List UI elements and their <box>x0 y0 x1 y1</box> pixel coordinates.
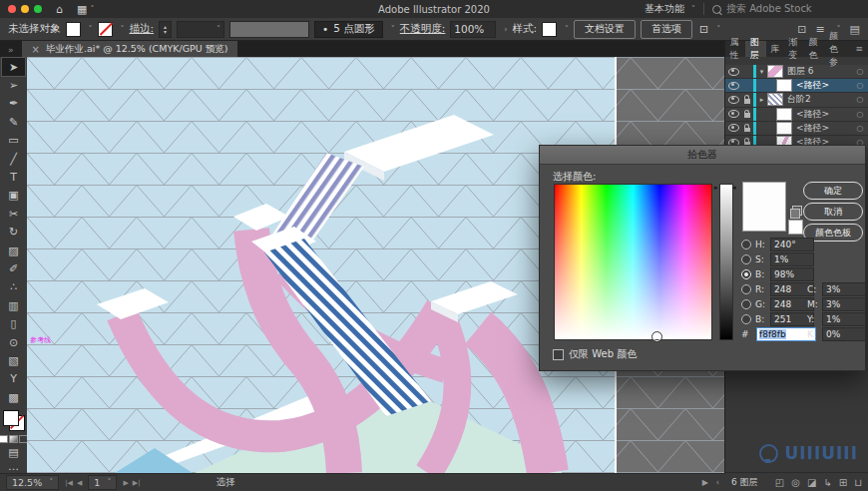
type-tool[interactable]: T <box>2 168 25 186</box>
picker-value-input[interactable]: 1% <box>822 312 866 326</box>
collapse-dock-icon[interactable]: » <box>8 45 14 55</box>
ok-button[interactable]: 确定 <box>803 182 863 200</box>
visibility-cell[interactable] <box>725 124 741 132</box>
draw-mode-icon[interactable]: ▤ <box>2 445 25 460</box>
fill-color-swatch[interactable] <box>3 410 19 426</box>
radio-H[interactable] <box>741 240 751 249</box>
picker-value-input[interactable]: 98% <box>770 267 814 281</box>
disclosure-icon[interactable]: ▸ <box>756 96 767 104</box>
artboard-tool[interactable]: ▧ <box>2 351 25 369</box>
collect-for-export-icon[interactable]: ◰ <box>775 477 784 488</box>
document-tab[interactable]: × 毕业作业.ai* @ 12.5% (CMYK/GPU 预览) <box>22 41 238 57</box>
slider-arrow-right-icon[interactable]: ◂ <box>732 185 736 192</box>
fill-swatch[interactable] <box>66 22 81 37</box>
target-icon[interactable]: ○ <box>852 67 868 76</box>
visibility-cell[interactable] <box>725 68 741 76</box>
radio-B[interactable] <box>741 314 751 324</box>
style-chevron-icon[interactable]: ˅ <box>565 25 569 34</box>
tab-图层[interactable]: 图层 <box>745 41 765 57</box>
tab-属性[interactable]: 属性 <box>725 41 745 57</box>
gradient-button[interactable] <box>9 435 18 443</box>
out-of-web-gamut-icon[interactable] <box>792 206 802 216</box>
options-chevron-icon[interactable]: ˅ <box>716 25 720 34</box>
layer-row[interactable]: <路径>○ <box>725 122 868 136</box>
next-artboard-icon[interactable]: ▶ <box>123 479 128 487</box>
variable-width-profile-dropdown[interactable] <box>229 21 309 38</box>
close-window-button[interactable] <box>8 5 16 13</box>
radio-B[interactable] <box>741 269 751 279</box>
tab-颜色[interactable]: 颜色 <box>804 41 824 57</box>
stroke-weight-stepper[interactable]: ▴ ▾ <box>159 21 172 38</box>
slice-tool[interactable]: ▯ <box>2 314 25 332</box>
color-button[interactable] <box>0 435 8 443</box>
document-setup-button[interactable]: 文档设置 <box>574 20 636 39</box>
opacity-label[interactable]: 不透明度: <box>400 22 446 36</box>
locate-object-icon[interactable]: ◎ <box>791 477 800 488</box>
rotate-tool[interactable]: ↻ <box>2 224 25 242</box>
color-field[interactable] <box>554 184 712 340</box>
scroll-left-icon[interactable]: ‹ <box>716 478 719 487</box>
picker-value-input[interactable]: 3% <box>822 282 866 296</box>
layer-row[interactable]: <路径>○ <box>725 108 868 122</box>
stroke-swatch[interactable] <box>98 22 113 37</box>
web-safe-swatch[interactable] <box>788 220 803 235</box>
radio-R[interactable] <box>741 284 751 294</box>
opacity-chevron-icon[interactable]: › <box>504 25 507 34</box>
lock-cell[interactable] <box>741 96 753 104</box>
lock-cell[interactable] <box>741 125 753 133</box>
target-icon[interactable]: ○ <box>852 81 868 90</box>
curvature-tool[interactable]: ✎ <box>2 113 25 131</box>
layer-row[interactable]: ▸台阶2○ <box>725 93 868 107</box>
target-icon[interactable]: ○ <box>852 95 868 104</box>
visibility-cell[interactable] <box>725 82 741 90</box>
workspace-switcher[interactable]: 基本功能 ˅ <box>645 2 695 16</box>
preferences-button[interactable]: 首选项 <box>641 20 692 39</box>
new-sublayer-icon[interactable]: ↳ <box>823 477 831 488</box>
maximize-window-button[interactable] <box>34 5 42 13</box>
stroke-weight-dropdown[interactable]: ˅ <box>177 21 224 38</box>
picker-value-input[interactable]: 1% <box>770 252 814 266</box>
tab-颜色参[interactable]: 颜色参 <box>824 41 850 57</box>
more-tools-icon[interactable]: … <box>2 459 25 474</box>
fill-chevron-icon[interactable]: ˅ <box>89 25 93 34</box>
graph-tool[interactable]: ▥ <box>2 296 25 314</box>
zoom-tool[interactable]: ⊙ <box>2 333 25 351</box>
stock-search-input[interactable]: 搜索 Adobe Stock <box>712 2 862 16</box>
brush-definition-dropdown[interactable]: • 5 点圆形 <box>314 21 383 38</box>
close-tab-icon[interactable]: × <box>32 44 40 55</box>
gradient-tool[interactable]: ▨ <box>2 242 25 259</box>
picker-value-input[interactable]: 0% <box>822 327 866 341</box>
radio-S[interactable] <box>741 254 751 264</box>
rectangle-tool[interactable]: ▭ <box>2 132 25 150</box>
last-artboard-icon[interactable]: ▶| <box>133 479 141 487</box>
make-mask-icon[interactable]: ◪ <box>807 477 816 488</box>
selection-tool[interactable]: ➤ <box>2 58 25 76</box>
opacity-input[interactable]: 100% <box>450 21 496 38</box>
style-swatch[interactable] <box>542 22 557 37</box>
scissors-tool[interactable]: ✂ <box>2 205 25 223</box>
document-layout-icon[interactable]: ≡ <box>815 23 824 36</box>
radio-G[interactable] <box>741 299 751 309</box>
target-icon[interactable]: ○ <box>852 124 868 133</box>
minimize-window-button[interactable] <box>21 5 29 13</box>
delete-icon[interactable]: ⊔ <box>854 477 862 488</box>
visibility-cell[interactable] <box>725 96 741 104</box>
lock-cell[interactable] <box>741 110 753 118</box>
arrange-documents-icon[interactable]: ⊡ <box>797 23 806 36</box>
anchor-point-tool[interactable]: Y <box>2 370 25 388</box>
layout-chevron-icon[interactable]: ˅ <box>90 5 94 14</box>
stepper-down-icon[interactable]: ▾ <box>164 29 167 34</box>
options-icon[interactable]: ⊡ <box>699 24 708 35</box>
slider-arrow-left-icon[interactable]: ▸ <box>714 185 718 192</box>
symbol-sprayer-tool[interactable]: ∴ <box>2 278 25 296</box>
eyedropper-tool[interactable]: ✐ <box>2 259 25 277</box>
layer-row[interactable]: ▾图层 6○ <box>725 65 868 79</box>
disclosure-icon[interactable]: ▾ <box>756 68 767 76</box>
visibility-cell[interactable] <box>725 110 741 118</box>
picker-value-input[interactable]: 240° <box>770 238 814 251</box>
stroke-weight-label[interactable]: 描边: <box>130 22 155 36</box>
web-colors-only-checkbox[interactable] <box>553 349 564 360</box>
tab-渐变[interactable]: 渐变 <box>784 41 804 57</box>
layer-row[interactable]: <路径>○ <box>725 79 868 93</box>
first-artboard-icon[interactable]: |◀ <box>65 479 73 487</box>
